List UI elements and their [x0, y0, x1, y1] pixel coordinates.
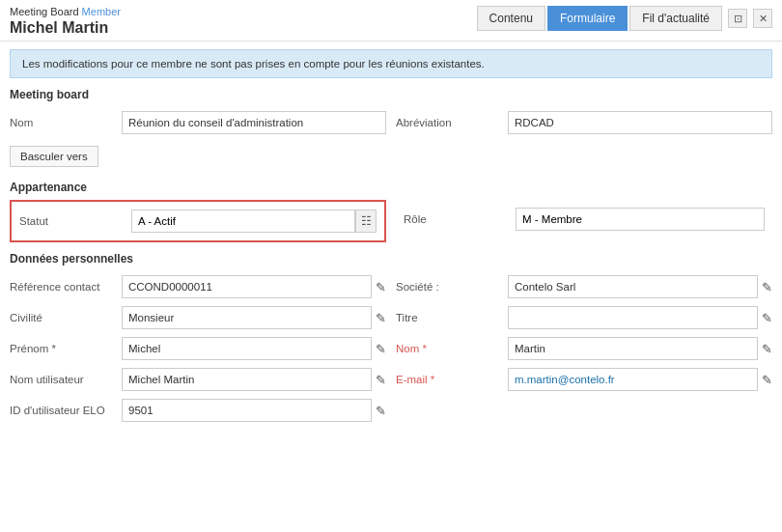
nom-utilisateur-row: Nom utilisateur ✎ — [10, 364, 386, 395]
statut-label: Statut — [19, 215, 126, 227]
email-label: E-mail * — [396, 374, 502, 385]
statut-row: Statut ☷ — [19, 206, 377, 237]
nom-utilisateur-input[interactable] — [122, 368, 372, 391]
statut-input[interactable] — [131, 210, 355, 233]
prenom-row: Prénom * ✎ — [10, 333, 386, 364]
resize-icon[interactable]: ⊡ — [728, 9, 747, 28]
statut-container: Statut ☷ — [10, 200, 386, 242]
ref-contact-edit-icon[interactable]: ✎ — [376, 280, 386, 294]
abreviation-label: Abréviation — [396, 117, 502, 128]
appartenance-title: Appartenance — [10, 181, 772, 194]
id-elo-input-group: ✎ — [122, 399, 386, 422]
id-elo-label: ID d'utilisateur ELO — [10, 405, 116, 416]
tab-formulaire[interactable]: Formulaire — [547, 6, 628, 31]
role-input[interactable] — [516, 208, 765, 231]
nom-label: Nom — [10, 117, 116, 128]
civilite-input[interactable] — [122, 306, 372, 329]
form-content: Meeting board Nom Abréviation Basculer v… — [0, 88, 782, 435]
nom-edit-icon-r[interactable]: ✎ — [762, 342, 772, 356]
ref-contact-row: Référence contact ✎ — [10, 271, 386, 302]
civilite-label: Civilité — [10, 312, 116, 323]
appartenance-grid: Statut ☷ Rôle — [10, 200, 772, 242]
tab-area: Contenu Formulaire Fil d'actualité ⊡ ✕ — [477, 6, 772, 31]
breadcrumb: Meeting Board Member — [10, 6, 121, 17]
titre-row: Titre ✎ — [396, 302, 772, 333]
role-row: Rôle — [404, 204, 765, 235]
donnees-left-col: Référence contact ✎ Civilité ✎ Prénom * — [10, 271, 386, 426]
info-banner: Les modifications pour ce membre ne sont… — [10, 49, 772, 78]
breadcrumb-part1: Meeting Board — [10, 6, 79, 17]
email-edit-icon[interactable]: ✎ — [762, 373, 772, 387]
appartenance-section: Appartenance Statut ☷ Rôle — [10, 181, 772, 242]
meeting-board-title: Meeting board — [10, 88, 772, 101]
statut-list-icon[interactable]: ☷ — [355, 210, 377, 233]
titre-label: Titre — [396, 312, 502, 323]
nom-input-r[interactable] — [508, 337, 758, 360]
titre-input-group: ✎ — [508, 306, 772, 329]
societe-row: Société : ✎ — [396, 271, 772, 302]
nom-utilisateur-input-group: ✎ — [122, 368, 386, 391]
prenom-edit-icon[interactable]: ✎ — [376, 342, 386, 356]
donnees-title: Données personnelles — [10, 252, 772, 266]
basculer-button[interactable]: Basculer vers — [10, 146, 98, 167]
ref-contact-label: Référence contact — [10, 281, 116, 293]
nom-row-r: Nom * ✎ — [396, 333, 772, 364]
titre-input[interactable] — [508, 306, 758, 329]
societe-edit-icon[interactable]: ✎ — [762, 280, 772, 294]
meeting-board-grid: Nom Abréviation — [10, 107, 772, 138]
page-title: Michel Martin — [10, 19, 121, 37]
societe-input[interactable] — [508, 275, 758, 298]
close-icon[interactable]: ✕ — [753, 9, 772, 28]
prenom-input-group: ✎ — [122, 337, 386, 360]
statut-input-group: ☷ — [131, 210, 377, 233]
id-elo-edit-icon[interactable]: ✎ — [376, 404, 386, 418]
breadcrumb-part2: Member — [82, 6, 121, 17]
id-elo-row: ID d'utilisateur ELO ✎ — [10, 395, 386, 426]
id-elo-input[interactable] — [122, 399, 372, 422]
email-input-group: ✎ — [508, 368, 772, 391]
meeting-board-section: Meeting board Nom Abréviation Basculer v… — [10, 88, 772, 171]
donnees-section: Données personnelles Référence contact ✎… — [10, 252, 772, 426]
nom-input[interactable] — [122, 111, 386, 134]
donnees-grid: Référence contact ✎ Civilité ✎ Prénom * — [10, 271, 772, 426]
civilite-edit-icon[interactable]: ✎ — [376, 311, 386, 325]
window-header: Meeting Board Member Michel Martin Conte… — [0, 0, 782, 42]
banner-text: Les modifications pour ce membre ne sont… — [22, 58, 485, 70]
title-area: Meeting Board Member Michel Martin — [10, 6, 121, 37]
tab-contenu[interactable]: Contenu — [477, 6, 545, 31]
nom-utilisateur-edit-icon[interactable]: ✎ — [376, 373, 386, 387]
nom-label-r: Nom * — [396, 343, 502, 354]
societe-label: Société : — [396, 281, 502, 293]
ref-contact-input-group: ✎ — [122, 275, 386, 298]
titre-edit-icon[interactable]: ✎ — [762, 311, 772, 325]
tab-fil[interactable]: Fil d'actualité — [629, 6, 722, 31]
donnees-right-col: Société : ✎ Titre ✎ Nom * — [396, 271, 772, 426]
email-row: E-mail * ✎ — [396, 364, 772, 395]
abreviation-input[interactable] — [508, 111, 772, 134]
basculer-row: Basculer vers — [10, 138, 772, 171]
nom-input-group: ✎ — [508, 337, 772, 360]
civilite-row: Civilité ✎ — [10, 302, 386, 333]
role-container: Rôle — [396, 200, 772, 242]
societe-input-group: ✎ — [508, 275, 772, 298]
civilite-input-group: ✎ — [122, 306, 386, 329]
abreviation-row: Abréviation — [396, 107, 772, 138]
prenom-label: Prénom * — [10, 343, 116, 354]
prenom-input[interactable] — [122, 337, 372, 360]
nom-row: Nom — [10, 107, 386, 138]
email-input[interactable] — [508, 368, 758, 391]
ref-contact-input[interactable] — [122, 275, 372, 298]
nom-utilisateur-label: Nom utilisateur — [10, 374, 116, 385]
role-label: Rôle — [404, 213, 510, 225]
